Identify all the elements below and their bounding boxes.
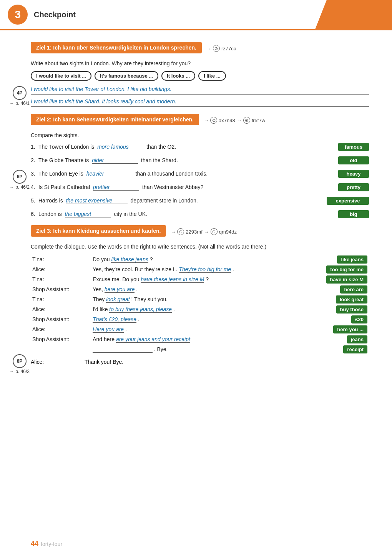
ziel3-header: Ziel 3: Ich kann Kleidung aussuchen und … xyxy=(31,225,369,238)
speaker-8: Shop Assistant: xyxy=(31,334,91,344)
dialogue-row-9: . Bye. receipt xyxy=(31,344,369,354)
ziel1-header: Ziel 1: Ich kann über Sehenswürdigkeiten… xyxy=(31,42,369,55)
points-circle-1: 4P xyxy=(13,86,27,100)
dialogue-answer-6: That's £20, please xyxy=(93,316,136,323)
dialogue-row-5: Alice: I'd like to buy these jeans, plea… xyxy=(31,304,369,314)
dialogue-row-3: Shop Assistant: Yes, here you are . here… xyxy=(31,284,369,294)
ziel2-items: 6P → p. 46/2 1. The Tower of London is m… xyxy=(31,143,369,218)
chip-3: It looks ... xyxy=(161,71,195,81)
answer-tag-4: pretty xyxy=(338,183,369,191)
speaker-4: Tina: xyxy=(31,294,91,304)
dialogue-answer-0: like these jeans xyxy=(111,256,148,263)
speaker-1: Alice: xyxy=(31,264,91,274)
compare-answer-4: prettier xyxy=(93,184,139,191)
compare-item-2: 2. The Globe Theatre is older than the S… xyxy=(31,156,369,164)
side-marker-1: 4P → p. 46/1 xyxy=(10,86,30,106)
chapter-number: 3 xyxy=(8,5,28,25)
answer-line-2: I would like to visit the Shard. It look… xyxy=(31,98,369,107)
dialogue-answer-5: to buy these jeans, please xyxy=(109,306,172,313)
circle-icon: ⊙ xyxy=(213,45,220,52)
dialogue-tag-5: buy those xyxy=(336,305,367,313)
dialogue-text-1: Yes, they're cool. But they're size L. T… xyxy=(91,264,297,274)
header-bar xyxy=(315,0,392,29)
dialogue-text-5: I'd like to buy these jeans, please . xyxy=(91,304,297,314)
dialogue-row-2: Tina: Excuse me. Do you have these jeans… xyxy=(31,274,369,284)
page-number: 44 xyxy=(31,540,38,548)
page-ref-3: → p. 46/3 xyxy=(10,369,30,374)
answer-tag-6: big xyxy=(338,210,369,218)
dialogue-answer-1: They're too big for me xyxy=(179,266,231,273)
ziel2-instruction: Compare the sights. xyxy=(31,132,369,138)
answer-tag-5: expensive xyxy=(327,197,369,205)
ziel1-label: Ziel 1: Ich kann über Sehenswürdigkeiten… xyxy=(31,42,202,53)
speaker-7: Alice: xyxy=(31,324,91,334)
dialogue-row-6: Shop Assistant: That's £20, please . £20 xyxy=(31,314,369,324)
dialogue-text-9: . Bye. xyxy=(91,344,297,354)
dialogue-table: Tina: Do you like these jeans ? like jea… xyxy=(31,254,369,354)
answer-tag-3: heavy xyxy=(338,170,369,178)
page-ref-1: → p. 46/1 xyxy=(10,101,30,106)
ziel2-label: Ziel 2: Ich kann Sehenswürdigkeiten mite… xyxy=(31,114,199,125)
compare-item-5: 5. Harrods is the most expensive departm… xyxy=(31,197,369,205)
dialogue-row-4: Tina: They look great ! They suit you. l… xyxy=(31,294,369,304)
answer-line-1: I would like to visit the Tower of Londo… xyxy=(31,86,369,95)
speaker-3: Shop Assistant: xyxy=(31,284,91,294)
page-label: forty-four xyxy=(41,541,62,547)
ziel2-header: Ziel 2: Ich kann Sehenswürdigkeiten mite… xyxy=(31,114,369,127)
dialogue-tag-1: too big for me xyxy=(326,265,367,274)
compare-item-3: 3. The London Eye is heavier than a thou… xyxy=(31,170,369,178)
item-num-1: 1. xyxy=(31,144,38,150)
compare-answer-2: older xyxy=(92,157,138,164)
dialogue-row-0: Tina: Do you like these jeans ? like jea… xyxy=(31,254,369,264)
ziel2-ref: → ⊙ ax7n98 → ⊙ fr5t7w xyxy=(204,117,265,124)
dialogue-answer-8: are your jeans and your receipt xyxy=(116,336,190,343)
dialogue-text-3: Yes, here you are . xyxy=(91,284,297,294)
ziel1-answers: 4P → p. 46/1 I would like to visit the T… xyxy=(31,86,369,107)
speaker-0: Tina: xyxy=(31,254,91,264)
dialogue-text-2: Excuse me. Do you have these jeans in si… xyxy=(91,274,297,284)
ziel3-dialogue: 8P → p. 46/3 Tina: Do you like these jea… xyxy=(31,254,369,354)
ziel3-ref: → ⊙ 2293mf → ⊙ qm94dz xyxy=(171,228,237,235)
dialogue-text-0: Do you like these jeans ? xyxy=(91,254,297,264)
dialogue-tag-3: here are xyxy=(340,285,367,294)
dialogue-tag-6: £20 xyxy=(351,315,367,323)
dialogue-tag-2: have in size M xyxy=(326,275,367,284)
dialogue-tag-0: like jeans xyxy=(337,255,367,264)
final-text: Thank you! Bye. xyxy=(85,359,123,365)
dialogue-row-7: Alice: Here you are . here you ... xyxy=(31,324,369,334)
speaker-6: Shop Assistant: xyxy=(31,314,91,324)
chip-4: I like ... xyxy=(198,71,226,81)
answer-tag-2: old xyxy=(338,156,369,164)
ziel1-ref: → ⊙ rz77ca xyxy=(206,45,236,52)
chip-1: I would like to visit ... xyxy=(31,71,91,81)
ziel3-instruction: Complete the dialogue. Use the words on … xyxy=(31,244,369,250)
answer-tag-1: famous xyxy=(338,143,369,151)
dialogue-text-6: That's £20, please . xyxy=(91,314,297,324)
side-marker-2: 6P → p. 46/2 xyxy=(10,170,30,190)
item-text-1: The Tower of London is more famous than … xyxy=(38,144,338,150)
compare-answer-3: heavier xyxy=(86,171,133,177)
compare-answer-1: more famous xyxy=(97,144,143,150)
ziel1-instruction: Write about two sights in London. Why ar… xyxy=(31,60,369,66)
compare-item-6: 6. London is the biggest city in the UK.… xyxy=(31,210,369,218)
dialogue-text-4: They look great ! They suit you. xyxy=(91,294,297,304)
dialogue-tag-7: here you ... xyxy=(333,325,367,333)
compare-answer-5: the most expensive xyxy=(66,197,128,204)
dialogue-answer-3: here you are xyxy=(105,286,135,293)
chip-2: It's famous because ... xyxy=(95,71,158,81)
page-header: 3 Checkpoint xyxy=(0,0,392,30)
page-ref-2: → p. 46/2 xyxy=(10,184,30,190)
ziel3-label: Ziel 3: Ich kann Kleidung aussuchen und … xyxy=(31,225,166,237)
side-marker-3: 8P → p. 46/3 xyxy=(10,354,30,374)
dialogue-answer-9 xyxy=(93,346,153,353)
final-dialogue: Alice: Thank you! Bye. xyxy=(31,359,369,365)
points-circle-2: 6P xyxy=(13,170,27,184)
final-speaker: Alice: xyxy=(31,359,73,365)
dialogue-text-7: Here you are . xyxy=(91,324,297,334)
dialogue-row-1: Alice: Yes, they're cool. But they're si… xyxy=(31,264,369,274)
speaker-5: Alice: xyxy=(31,304,91,314)
dialogue-answer-4: look great xyxy=(106,296,130,303)
points-circle-3: 8P xyxy=(13,354,27,368)
dialogue-tag-8: jeans xyxy=(347,335,367,343)
dialogue-tag-4: look great xyxy=(336,295,367,304)
